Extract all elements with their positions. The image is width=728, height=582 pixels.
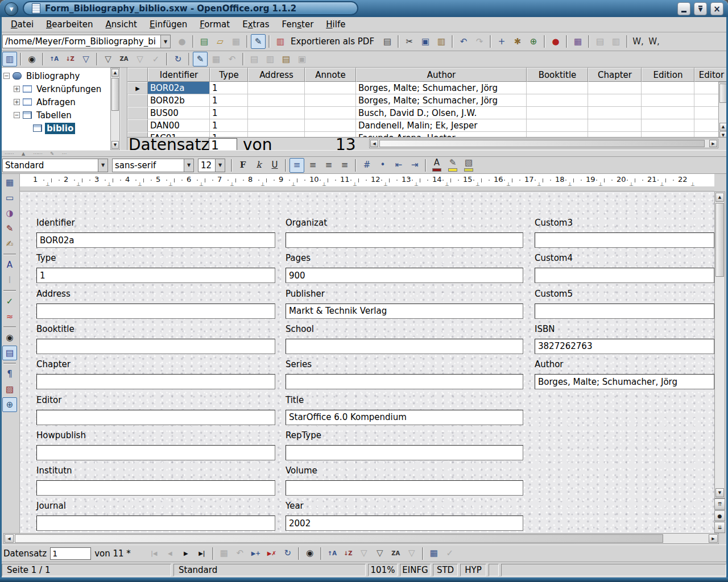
grid-cell[interactable] bbox=[305, 119, 356, 132]
ruler[interactable]: 1⊥2⊥3⊥4⊥5⊥6⊥7⊥8⊥9⊥10⊥11⊥12⊥13⊥14⊥15⊥16⊥1… bbox=[20, 174, 714, 192]
address-field[interactable] bbox=[36, 304, 275, 319]
tab-stop-icon[interactable]: ⊥ bbox=[260, 181, 265, 187]
grid-cell[interactable] bbox=[527, 119, 588, 132]
menu-einf-gen[interactable]: Einfügen bbox=[143, 18, 193, 31]
open-document-icon[interactable]: ▱ bbox=[213, 34, 228, 49]
tab-stop-icon[interactable]: ⊥ bbox=[383, 181, 388, 187]
grid-cell[interactable] bbox=[248, 82, 305, 94]
tab-stop-icon[interactable]: ⊥ bbox=[230, 181, 234, 187]
grid-cell[interactable]: 1 bbox=[210, 107, 248, 119]
background-color-icon[interactable]: ▧ bbox=[461, 158, 476, 173]
next-page-icon[interactable]: ⇊ bbox=[714, 522, 725, 533]
author-field[interactable]: Borges, Malte; Schumacher, Jörg bbox=[535, 374, 714, 389]
scroll-right-icon[interactable]: ▶ bbox=[709, 140, 717, 147]
sort-ascending-icon[interactable]: ↑A bbox=[47, 52, 61, 66]
highlighting-icon[interactable]: ✎ bbox=[445, 158, 460, 173]
tab-stop-icon[interactable]: ⊥ bbox=[568, 181, 572, 187]
grid-cell[interactable] bbox=[305, 82, 356, 94]
data-sources-icon[interactable]: ▤ bbox=[2, 346, 17, 360]
current-row-marker[interactable]: ▶ bbox=[127, 82, 148, 94]
bullets-on-off-icon[interactable]: • bbox=[375, 158, 390, 173]
scroll-left-icon[interactable]: ◀ bbox=[5, 534, 14, 543]
grid-cell[interactable]: BUS00 bbox=[148, 107, 210, 119]
collapse-icon[interactable]: − bbox=[14, 112, 20, 118]
graphics-on-off-icon[interactable]: ▨ bbox=[2, 382, 17, 397]
vertical-scrollbar[interactable]: ▲ ▼ bbox=[714, 192, 725, 498]
form-record-number-input[interactable] bbox=[50, 547, 91, 560]
minimize-button[interactable] bbox=[677, 2, 690, 15]
tree-item-tabellen[interactable]: −Tabellen bbox=[0, 109, 110, 122]
delete-record-icon[interactable]: ▶✗ bbox=[264, 546, 279, 561]
column-header-identifier[interactable]: Identifier bbox=[148, 68, 210, 82]
align-left-icon[interactable]: ≡ bbox=[289, 158, 304, 173]
paste-icon[interactable]: ▥ bbox=[434, 34, 449, 49]
grid-cell[interactable] bbox=[305, 94, 356, 107]
default-filter-icon[interactable]: ▽ bbox=[373, 546, 387, 561]
tab-stop-icon[interactable]: ⊥ bbox=[291, 181, 296, 187]
record-macro-icon[interactable]: ● bbox=[548, 34, 563, 49]
default-filter-icon[interactable]: ▽ bbox=[101, 52, 115, 66]
grid-cell[interactable] bbox=[248, 94, 305, 107]
font-size-dropdown-icon[interactable]: ▼ bbox=[215, 159, 225, 172]
align-center-icon[interactable]: ≡ bbox=[305, 158, 320, 173]
tree-item-verkn-pfungen[interactable]: +Verknüpfungen bbox=[0, 82, 110, 95]
grid-cell[interactable] bbox=[642, 94, 694, 107]
close-button[interactable]: × bbox=[710, 2, 723, 15]
grid-cell[interactable]: Borges, Malte; Schumacher, Jörg bbox=[356, 94, 527, 107]
bold-icon[interactable]: F bbox=[235, 158, 250, 173]
nonprinting-characters-icon[interactable]: ¶ bbox=[2, 367, 17, 381]
institutn-field[interactable] bbox=[36, 480, 275, 496]
scrollbar-thumb[interactable] bbox=[715, 203, 724, 277]
paragraph-style-input[interactable] bbox=[3, 159, 98, 172]
tab-stop-icon[interactable]: ⊥ bbox=[660, 181, 664, 187]
data-source-as-table-icon[interactable]: ▦ bbox=[427, 546, 441, 561]
numbering-on-off-icon[interactable]: # bbox=[359, 158, 374, 173]
status-insert-mode[interactable]: EINFG bbox=[400, 564, 431, 576]
menu-format[interactable]: Format bbox=[193, 18, 236, 31]
row-header[interactable] bbox=[127, 94, 148, 107]
column-header-chapter[interactable]: Chapter bbox=[588, 68, 642, 82]
edit-file-icon[interactable]: ✎ bbox=[251, 34, 266, 49]
tab-stop-icon[interactable]: ⊥ bbox=[76, 181, 81, 187]
sort-ascending-icon[interactable]: ↑A bbox=[325, 546, 340, 561]
explorer-splitter[interactable] bbox=[120, 68, 127, 150]
grid-cell[interactable]: Borges, Malte; Schumacher, Jörg bbox=[356, 82, 527, 94]
expand-icon[interactable]: + bbox=[14, 86, 20, 92]
underline-icon[interactable]: U bbox=[267, 158, 282, 173]
paragraph-style-dropdown-icon[interactable]: ▼ bbox=[98, 159, 107, 172]
next-record-icon[interactable]: ▶ bbox=[179, 546, 193, 561]
copy-icon[interactable]: ▣ bbox=[418, 34, 433, 49]
grid-horizontal-scrollbar[interactable]: ◀ ▶ bbox=[369, 139, 718, 148]
grid-cell[interactable]: Busch, David D.; Olsen, J.W. bbox=[356, 107, 527, 119]
insert-table-icon[interactable]: ▦ bbox=[2, 175, 17, 190]
undo-icon[interactable]: ↶ bbox=[456, 34, 471, 49]
custom3-field[interactable] bbox=[535, 232, 714, 248]
find-record-icon[interactable]: ◉ bbox=[24, 52, 39, 66]
scroll-up-icon[interactable]: ▲ bbox=[719, 123, 727, 131]
splitter-collapse-icon[interactable]: ▲ bbox=[22, 151, 25, 156]
menu-ansicht[interactable]: Ansicht bbox=[100, 18, 143, 31]
volume-field[interactable] bbox=[286, 480, 523, 496]
maximize-button[interactable]: ▼ bbox=[694, 2, 707, 15]
scroll-right-icon[interactable]: ▶ bbox=[709, 534, 718, 543]
spellcheck-icon[interactable]: ✓ bbox=[2, 294, 17, 309]
grid-cell[interactable]: DAN00 bbox=[148, 119, 210, 132]
url-box-dropdown-icon[interactable]: ▼ bbox=[160, 35, 170, 48]
column-header-author[interactable]: Author bbox=[356, 68, 527, 82]
status-selection-mode[interactable]: STD bbox=[433, 564, 458, 576]
status-hyperlink-mode[interactable]: HYP bbox=[460, 564, 486, 576]
writer-tool-1-icon[interactable]: W, bbox=[631, 34, 646, 49]
autopilot-icon[interactable]: ✱ bbox=[510, 34, 525, 49]
type-field[interactable]: 1 bbox=[36, 268, 275, 283]
series-field[interactable] bbox=[286, 374, 523, 389]
font-name-input[interactable] bbox=[113, 159, 184, 172]
tab-stop-icon[interactable]: ⊥ bbox=[629, 181, 634, 187]
horizontal-scrollbar[interactable]: ◀ ▶ bbox=[3, 533, 719, 544]
scroll-left-icon[interactable]: ◀ bbox=[370, 140, 378, 147]
navigator-icon[interactable]: + bbox=[494, 34, 509, 49]
decrease-indent-icon[interactable]: ⇤ bbox=[391, 158, 406, 173]
title-field[interactable]: StarOffice 6.0 Kompendium bbox=[286, 410, 523, 425]
menu-fenster[interactable]: Fenster bbox=[276, 18, 320, 31]
window-menu-button[interactable]: ▼ bbox=[5, 2, 18, 16]
status-page-style[interactable]: Standard bbox=[173, 564, 366, 576]
